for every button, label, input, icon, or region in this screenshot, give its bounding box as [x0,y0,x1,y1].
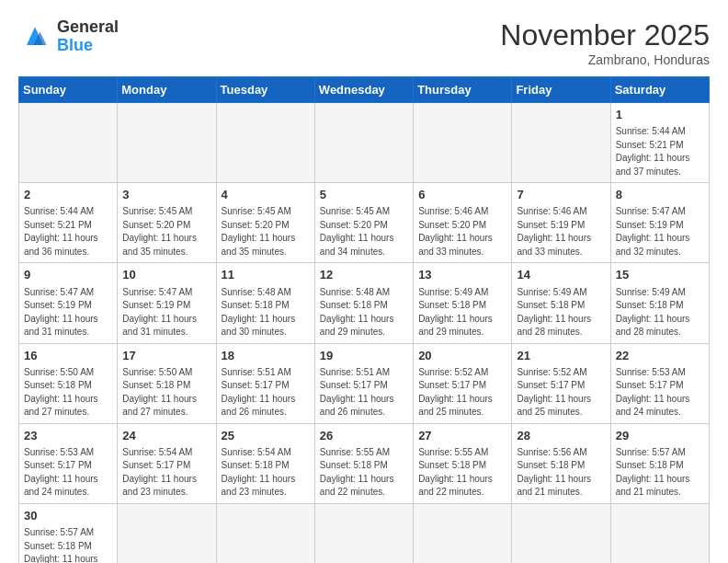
calendar-cell: 23Sunrise: 5:53 AM Sunset: 5:17 PM Dayli… [19,423,118,503]
calendar-cell: 7Sunrise: 5:46 AM Sunset: 5:19 PM Daylig… [512,183,610,263]
calendar-week-3: 9Sunrise: 5:47 AM Sunset: 5:19 PM Daylig… [19,263,710,343]
day-info: Sunrise: 5:45 AM Sunset: 5:20 PM Dayligh… [122,205,210,259]
month-title: November 2025 [500,18,710,52]
calendar-cell [314,103,413,183]
calendar-cell: 2Sunrise: 5:44 AM Sunset: 5:21 PM Daylig… [19,183,118,263]
calendar-cell: 4Sunrise: 5:45 AM Sunset: 5:20 PM Daylig… [216,183,314,263]
day-number: 14 [517,267,605,283]
calendar-week-2: 2Sunrise: 5:44 AM Sunset: 5:21 PM Daylig… [19,183,710,263]
calendar-cell: 25Sunrise: 5:54 AM Sunset: 5:18 PM Dayli… [216,423,314,503]
day-number: 21 [517,348,605,364]
day-number: 6 [418,187,506,203]
day-number: 26 [320,428,408,444]
day-info: Sunrise: 5:50 AM Sunset: 5:18 PM Dayligh… [122,366,210,419]
calendar-header-friday: Friday [512,77,610,103]
day-info: Sunrise: 5:47 AM Sunset: 5:19 PM Dayligh… [24,286,112,339]
calendar-cell [19,103,118,183]
day-number: 23 [24,428,112,444]
calendar-cell [118,503,216,563]
day-info: Sunrise: 5:55 AM Sunset: 5:18 PM Dayligh… [320,446,408,500]
day-info: Sunrise: 5:56 AM Sunset: 5:18 PM Dayligh… [517,446,605,500]
calendar-cell: 13Sunrise: 5:49 AM Sunset: 5:18 PM Dayli… [414,263,512,343]
day-number: 17 [122,348,210,364]
day-number: 1 [616,107,704,123]
calendar-cell: 6Sunrise: 5:46 AM Sunset: 5:20 PM Daylig… [414,183,512,263]
day-number: 28 [517,428,605,444]
calendar-cell: 29Sunrise: 5:57 AM Sunset: 5:18 PM Dayli… [610,423,709,503]
day-info: Sunrise: 5:57 AM Sunset: 5:18 PM Dayligh… [24,526,112,563]
day-info: Sunrise: 5:54 AM Sunset: 5:17 PM Dayligh… [122,446,210,500]
day-number: 20 [418,348,506,364]
calendar-cell: 18Sunrise: 5:51 AM Sunset: 5:17 PM Dayli… [216,343,314,423]
day-info: Sunrise: 5:51 AM Sunset: 5:17 PM Dayligh… [320,366,408,419]
day-info: Sunrise: 5:45 AM Sunset: 5:20 PM Dayligh… [320,205,408,259]
day-number: 12 [320,267,408,283]
day-number: 8 [616,187,704,203]
calendar-cell [512,103,610,183]
day-number: 16 [24,348,112,364]
day-info: Sunrise: 5:46 AM Sunset: 5:20 PM Dayligh… [418,205,506,259]
day-info: Sunrise: 5:53 AM Sunset: 5:17 PM Dayligh… [616,366,704,419]
day-info: Sunrise: 5:45 AM Sunset: 5:20 PM Dayligh… [222,205,310,259]
calendar-week-4: 16Sunrise: 5:50 AM Sunset: 5:18 PM Dayli… [19,343,710,423]
calendar-header-tuesday: Tuesday [216,77,314,103]
day-info: Sunrise: 5:49 AM Sunset: 5:18 PM Dayligh… [616,286,704,339]
day-number: 2 [24,187,112,203]
day-info: Sunrise: 5:49 AM Sunset: 5:18 PM Dayligh… [418,286,506,339]
calendar-header-saturday: Saturday [610,77,709,103]
calendar-cell: 9Sunrise: 5:47 AM Sunset: 5:19 PM Daylig… [19,263,118,343]
title-block: November 2025 Zambrano, Honduras [500,18,710,67]
day-number: 11 [222,267,310,283]
calendar-cell: 17Sunrise: 5:50 AM Sunset: 5:18 PM Dayli… [118,343,216,423]
day-info: Sunrise: 5:44 AM Sunset: 5:21 PM Dayligh… [616,125,704,178]
calendar-cell: 10Sunrise: 5:47 AM Sunset: 5:19 PM Dayli… [118,263,216,343]
day-info: Sunrise: 5:53 AM Sunset: 5:17 PM Dayligh… [24,446,112,500]
calendar-cell: 15Sunrise: 5:49 AM Sunset: 5:18 PM Dayli… [610,263,709,343]
calendar-cell: 19Sunrise: 5:51 AM Sunset: 5:17 PM Dayli… [314,343,413,423]
day-info: Sunrise: 5:57 AM Sunset: 5:18 PM Dayligh… [616,446,704,500]
calendar-cell [118,103,216,183]
calendar-week-6: 30Sunrise: 5:57 AM Sunset: 5:18 PM Dayli… [19,503,710,563]
day-number: 3 [122,187,210,203]
day-number: 10 [122,267,210,283]
day-number: 7 [517,187,605,203]
calendar-cell: 20Sunrise: 5:52 AM Sunset: 5:17 PM Dayli… [414,343,512,423]
day-number: 15 [616,267,704,283]
calendar-cell [216,503,314,563]
calendar-cell [414,103,512,183]
location: Zambrano, Honduras [500,52,710,67]
day-info: Sunrise: 5:49 AM Sunset: 5:18 PM Dayligh… [517,286,605,339]
calendar-cell [216,103,314,183]
calendar-cell [512,503,610,563]
day-number: 18 [222,348,310,364]
calendar-cell: 14Sunrise: 5:49 AM Sunset: 5:18 PM Dayli… [512,263,610,343]
day-info: Sunrise: 5:44 AM Sunset: 5:21 PM Dayligh… [24,205,112,259]
calendar-cell: 12Sunrise: 5:48 AM Sunset: 5:18 PM Dayli… [314,263,413,343]
calendar-table: SundayMondayTuesdayWednesdayThursdayFrid… [18,76,710,563]
day-number: 5 [320,187,408,203]
day-info: Sunrise: 5:50 AM Sunset: 5:18 PM Dayligh… [24,366,112,419]
calendar-cell: 28Sunrise: 5:56 AM Sunset: 5:18 PM Dayli… [512,423,610,503]
calendar-cell: 1Sunrise: 5:44 AM Sunset: 5:21 PM Daylig… [610,103,709,183]
day-info: Sunrise: 5:48 AM Sunset: 5:18 PM Dayligh… [222,286,310,339]
day-number: 29 [616,428,704,444]
day-number: 4 [222,187,310,203]
day-info: Sunrise: 5:51 AM Sunset: 5:17 PM Dayligh… [222,366,310,419]
day-info: Sunrise: 5:47 AM Sunset: 5:19 PM Dayligh… [616,205,704,259]
calendar-cell: 21Sunrise: 5:52 AM Sunset: 5:17 PM Dayli… [512,343,610,423]
calendar-header-thursday: Thursday [414,77,512,103]
calendar-cell: 8Sunrise: 5:47 AM Sunset: 5:19 PM Daylig… [610,183,709,263]
day-info: Sunrise: 5:48 AM Sunset: 5:18 PM Dayligh… [320,286,408,339]
calendar-cell: 16Sunrise: 5:50 AM Sunset: 5:18 PM Dayli… [19,343,118,423]
calendar-header-sunday: Sunday [19,77,118,103]
calendar-cell: 27Sunrise: 5:55 AM Sunset: 5:18 PM Dayli… [414,423,512,503]
day-number: 22 [616,348,704,364]
calendar-header-monday: Monday [118,77,216,103]
calendar-cell [414,503,512,563]
day-number: 13 [418,267,506,283]
day-info: Sunrise: 5:46 AM Sunset: 5:19 PM Dayligh… [517,205,605,259]
logo-icon [18,20,51,53]
day-info: Sunrise: 5:52 AM Sunset: 5:17 PM Dayligh… [517,366,605,419]
calendar-week-1: 1Sunrise: 5:44 AM Sunset: 5:21 PM Daylig… [19,103,710,183]
day-number: 25 [222,428,310,444]
